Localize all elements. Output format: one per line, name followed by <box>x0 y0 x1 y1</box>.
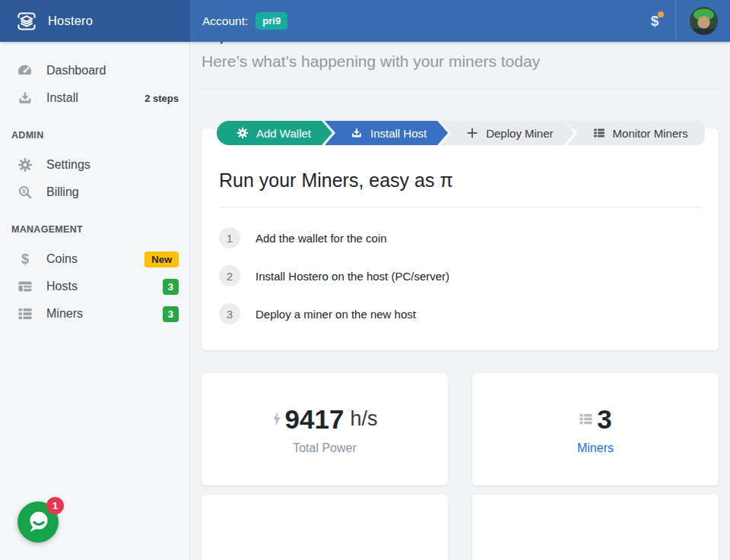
step-text: Deploy a miner on the new host <box>256 308 416 321</box>
onboarding-divider <box>219 207 701 207</box>
lightning-bolt-icon <box>272 412 281 426</box>
main-content: Hi, Ionut Moraru Here’s what’s happening… <box>190 0 730 560</box>
onboarding-step-1: 1 Add the wallet for the coin <box>219 227 701 248</box>
wizard-step-label: Monitor Miners <box>613 127 688 140</box>
brand-area[interactable]: Hostero <box>0 0 190 42</box>
sidebar-section-admin: ADMIN <box>0 130 189 141</box>
account-label: Account: <box>202 14 248 28</box>
coins-dollar-icon: $ <box>17 252 33 267</box>
hostero-logo-icon <box>12 7 41 36</box>
download-icon <box>351 127 363 139</box>
chat-launcher-button[interactable]: 1 <box>17 501 59 543</box>
step-number: 3 <box>219 303 240 324</box>
avatar[interactable] <box>690 7 718 35</box>
account-badge[interactable]: pri9 <box>256 12 287 30</box>
total-power-card: 9417 h/s Total Power <box>202 373 448 486</box>
topbar-divider <box>675 0 676 42</box>
sidebar-label: Billing <box>46 185 79 199</box>
wizard-step-label: Add Wallet <box>256 127 311 140</box>
svg-text:$: $ <box>22 188 26 195</box>
miners-value-row: 3 <box>579 404 611 435</box>
wizard-step-monitor-miners[interactable]: Monitor Miners <box>567 121 705 145</box>
stats-row-2 <box>202 486 719 560</box>
topbar: Hostero Account: pri9 $ <box>0 0 730 42</box>
sidebar-item-hosts[interactable]: Hosts 3 <box>0 273 189 300</box>
onboarding-title: Run your Miners, easy as π <box>219 169 701 191</box>
hosts-count-badge: 3 <box>163 279 179 295</box>
svg-text:$: $ <box>21 252 28 267</box>
miners-grid-icon <box>579 412 593 426</box>
sidebar-label: Dashboard <box>46 64 106 78</box>
total-power-unit: h/s <box>350 407 377 431</box>
billing-search-dollar-icon: $ <box>17 185 33 201</box>
plus-icon <box>466 127 478 139</box>
sidebar-label: Coins <box>46 252 78 266</box>
wallet-gear-icon <box>236 127 249 139</box>
download-icon <box>17 90 33 106</box>
onboarding-section: Add Wallet Install Host <box>202 128 719 350</box>
page-subtitle: Here’s what’s happening with your miners… <box>202 52 719 71</box>
sidebar-item-coins[interactable]: $ Coins New <box>0 245 189 273</box>
total-power-value: 9417 <box>285 404 344 435</box>
step-text: Install Hostero on the host (PC/server) <box>256 270 449 283</box>
miners-count-badge: 3 <box>163 306 179 322</box>
sidebar-label: Install <box>46 91 78 105</box>
miners-link[interactable]: Miners <box>577 441 614 455</box>
sidebar-item-install[interactable]: Install 2 steps <box>0 84 189 112</box>
miners-count-value: 3 <box>597 404 611 435</box>
header-divider <box>202 89 719 90</box>
sidebar: Dashboard Install 2 steps ADMIN <box>0 42 190 560</box>
wizard-step-install-host[interactable]: Install Host <box>325 121 448 145</box>
total-power-value-row: 9417 h/s <box>272 404 378 435</box>
coins-new-badge: New <box>144 252 179 267</box>
stat-card-partial-right <box>472 495 719 560</box>
sidebar-label: Hosts <box>46 280 78 293</box>
brand-name: Hostero <box>48 14 93 28</box>
wizard-steps: Add Wallet Install Host <box>217 121 705 145</box>
sidebar-item-settings[interactable]: Settings <box>0 151 189 179</box>
onboarding-card: Run your Miners, easy as π 1 Add the wal… <box>202 128 719 350</box>
wizard-step-add-wallet[interactable]: Add Wallet <box>217 121 332 145</box>
total-power-label: Total Power <box>293 441 357 455</box>
notification-dot <box>658 11 664 17</box>
sidebar-label: Settings <box>46 158 90 172</box>
step-number: 1 <box>219 227 240 248</box>
stat-card-partial-left <box>202 495 448 560</box>
topbar-right: Account: pri9 $ <box>190 0 730 42</box>
sidebar-item-miners[interactable]: Miners 3 <box>0 300 189 327</box>
step-text: Add the wallet for the coin <box>256 232 387 245</box>
chat-unread-badge: 1 <box>46 497 64 514</box>
wizard-step-label: Install Host <box>370 127 427 140</box>
onboarding-step-2: 2 Install Hostero on the host (PC/server… <box>219 265 701 286</box>
sidebar-label: Miners <box>46 307 83 321</box>
miners-grid-icon <box>593 127 605 139</box>
dashboard-gauge-icon <box>17 63 33 79</box>
sidebar-item-billing[interactable]: $ Billing <box>0 179 189 206</box>
onboarding-step-3: 3 Deploy a miner on the new host <box>219 303 701 324</box>
miners-count-card: 3 Miners <box>472 373 719 486</box>
sidebar-section-management: MANAGEMENT <box>0 224 189 235</box>
install-steps-note: 2 steps <box>144 93 179 104</box>
hosts-table-icon <box>17 279 33 295</box>
wizard-step-deploy-miner[interactable]: Deploy Miner <box>440 121 574 145</box>
miners-grid-icon <box>17 306 33 322</box>
wizard-step-label: Deploy Miner <box>486 127 553 140</box>
step-number: 2 <box>219 265 240 286</box>
stats-row: 9417 h/s Total Power 3 Miners <box>202 373 719 486</box>
sidebar-item-dashboard[interactable]: Dashboard <box>0 57 189 84</box>
gear-icon <box>17 157 33 173</box>
earnings-button[interactable]: $ <box>643 10 666 33</box>
